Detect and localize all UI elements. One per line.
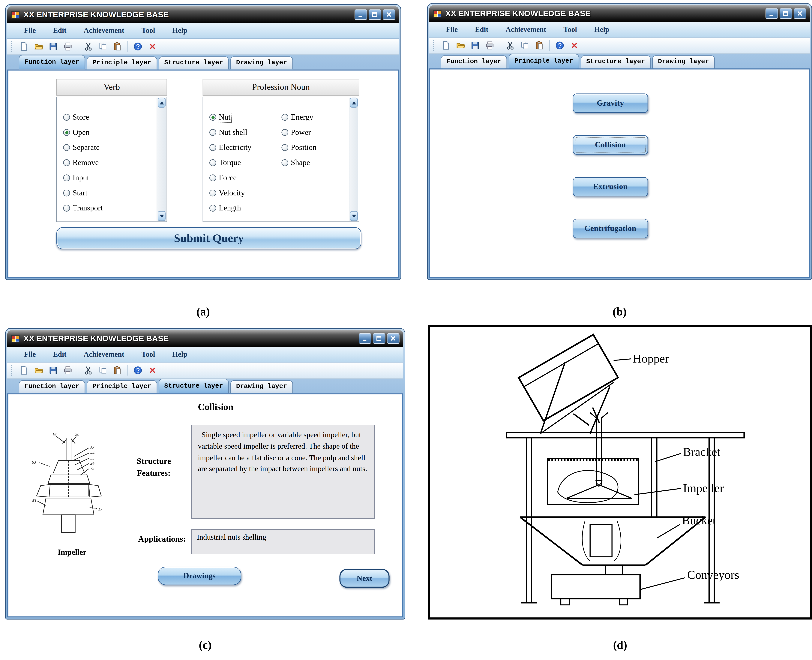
copy-icon — [520, 41, 529, 50]
radio-option[interactable]: Nut — [209, 110, 252, 125]
copy-button[interactable] — [97, 365, 109, 376]
radio-option[interactable]: Torque — [209, 155, 252, 170]
open-folder-button[interactable] — [33, 41, 44, 52]
tab-function-layer[interactable]: Function layer — [441, 56, 507, 68]
centrifugation-button[interactable]: Centrifugation — [573, 219, 648, 238]
help-button[interactable] — [554, 40, 565, 51]
tab-drawing-layer[interactable]: Drawing layer — [652, 56, 715, 68]
scroll-up-button[interactable] — [158, 98, 166, 108]
drawings-button[interactable]: Drawings — [158, 567, 241, 585]
help-button[interactable] — [132, 365, 144, 376]
radio-option[interactable]: Transport — [63, 201, 103, 216]
paste-button[interactable] — [112, 365, 123, 376]
radio-option[interactable]: Shape — [282, 155, 317, 170]
maximize-button[interactable] — [780, 8, 792, 19]
close-button[interactable] — [383, 10, 396, 20]
menu-achievement[interactable]: Achievement — [84, 350, 124, 359]
exit-button[interactable] — [147, 365, 158, 376]
menu-tool[interactable]: Tool — [563, 25, 577, 34]
radio-option[interactable]: Store — [63, 110, 103, 125]
cut-button[interactable] — [82, 41, 94, 52]
cut-button[interactable] — [82, 365, 94, 376]
verb-scrollbar[interactable] — [157, 98, 166, 221]
scroll-up-button[interactable] — [350, 98, 358, 108]
menu-edit[interactable]: Edit — [53, 27, 66, 35]
menu-tool[interactable]: Tool — [142, 27, 155, 35]
print-button[interactable] — [484, 40, 495, 51]
applications-textbox[interactable]: Industrial nuts shelling — [191, 529, 375, 554]
menu-edit[interactable]: Edit — [475, 25, 488, 34]
tab-principle-layer[interactable]: Principle layer — [509, 54, 579, 68]
extrusion-button[interactable]: Extrusion — [573, 177, 648, 197]
tab-drawing-layer[interactable]: Drawing layer — [230, 56, 293, 70]
radio-option[interactable]: Remove — [63, 155, 103, 170]
radio-option[interactable]: Input — [63, 170, 103, 186]
close-button[interactable] — [794, 8, 806, 19]
maximize-button[interactable] — [373, 333, 385, 344]
tab-structure-layer[interactable]: Structure layer — [158, 379, 229, 393]
maximize-button[interactable] — [369, 10, 381, 20]
cut-button[interactable] — [505, 40, 516, 51]
tab-drawing-layer[interactable]: Drawing layer — [230, 380, 293, 393]
radio-option[interactable]: Electricity — [209, 140, 252, 155]
menu-help[interactable]: Help — [594, 25, 609, 34]
new-document-button[interactable] — [18, 365, 30, 376]
paste-button[interactable] — [112, 41, 123, 52]
menu-edit[interactable]: Edit — [53, 350, 66, 359]
menu-file[interactable]: File — [24, 27, 36, 35]
scroll-down-button[interactable] — [350, 211, 358, 221]
noun-scrollbar[interactable] — [349, 98, 358, 221]
submit-query-button[interactable]: Submit Query — [57, 227, 361, 249]
menu-achievement[interactable]: Achievement — [84, 27, 124, 35]
scroll-down-button[interactable] — [158, 211, 166, 221]
save-button[interactable] — [470, 40, 481, 51]
radio-option[interactable]: Position — [282, 140, 317, 155]
next-button[interactable]: Next — [339, 569, 389, 588]
menu-help[interactable]: Help — [172, 350, 187, 359]
menu-tool[interactable]: Tool — [142, 350, 155, 359]
radio-option[interactable]: Separate — [63, 140, 103, 155]
open-folder-button[interactable] — [455, 40, 466, 51]
radio-option[interactable]: Force — [209, 170, 252, 186]
print-button[interactable] — [62, 41, 73, 52]
collision-button[interactable]: Collision — [573, 135, 648, 154]
save-button[interactable] — [47, 41, 59, 52]
tab-structure-layer[interactable]: Structure layer — [581, 56, 651, 68]
radio-option[interactable]: Energy — [282, 110, 317, 125]
exit-button[interactable] — [569, 40, 580, 51]
copy-button[interactable] — [519, 40, 530, 51]
new-document-button[interactable] — [18, 41, 30, 52]
minimize-button[interactable] — [359, 333, 371, 344]
radio-option[interactable]: Nut shell — [209, 125, 252, 140]
menu-help[interactable]: Help — [172, 27, 187, 35]
titlebar: XX ENTERPRISE KNOWLEDGE BASE — [7, 6, 399, 23]
new-document-button[interactable] — [440, 40, 452, 51]
radio-option[interactable]: Open — [63, 125, 103, 140]
tab-function-layer[interactable]: Function layer — [19, 380, 85, 393]
paste-button[interactable] — [533, 40, 545, 51]
tab-principle-layer[interactable]: Principle layer — [87, 56, 157, 70]
menu-file[interactable]: File — [24, 350, 36, 359]
radio-option[interactable]: Velocity — [209, 186, 252, 201]
menubar: File Edit Achievement Tool Help — [429, 22, 810, 38]
open-folder-button[interactable] — [33, 365, 44, 376]
tab-function-layer[interactable]: Function layer — [19, 55, 85, 70]
close-button[interactable] — [387, 333, 399, 344]
menu-file[interactable]: File — [446, 25, 458, 34]
menu-achievement[interactable]: Achievement — [506, 25, 546, 34]
help-button[interactable] — [132, 41, 144, 52]
option-label: Power — [291, 128, 311, 137]
minimize-button[interactable] — [355, 10, 367, 20]
exit-button[interactable] — [147, 41, 158, 52]
radio-option[interactable]: Length — [209, 201, 252, 216]
save-button[interactable] — [47, 365, 59, 376]
minimize-button[interactable] — [766, 8, 778, 19]
radio-option[interactable]: Power — [282, 125, 317, 140]
tab-structure-layer[interactable]: Structure layer — [158, 56, 229, 70]
print-button[interactable] — [62, 365, 73, 376]
tab-principle-layer[interactable]: Principle layer — [87, 380, 157, 393]
gravity-button[interactable]: Gravity — [573, 94, 648, 113]
radio-option[interactable]: Start — [63, 186, 103, 201]
structure-features-textbox[interactable]: Single speed impeller or variable speed … — [191, 425, 375, 519]
copy-button[interactable] — [97, 41, 109, 52]
